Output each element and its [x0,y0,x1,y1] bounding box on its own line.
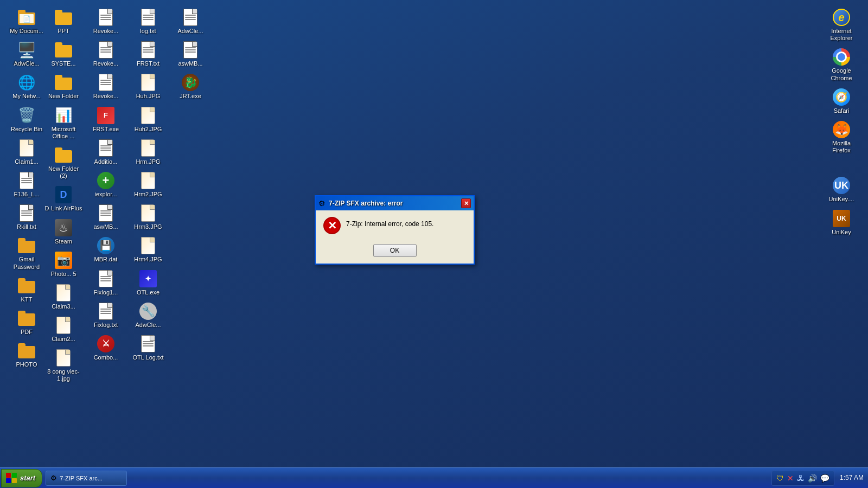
taskbar-task-7zip[interactable]: ⚙ 7-ZIP SFX arc... [46,471,127,486]
dialog-title-icon: ⚙ [318,199,326,208]
icon-hrm2-jpg[interactable]: Hrm2.JPG [127,169,169,201]
start-label: start [20,474,35,482]
icon-ie[interactable]: e Internet Explorer [820,5,863,45]
icon-mbr-dat[interactable]: 💾 MBR.dat [85,234,127,266]
dialog-close-button[interactable]: ✕ [461,198,471,208]
icon-photo[interactable]: PHOTO [5,339,48,371]
dialog-error-icon: ✕ [323,217,341,234]
taskbar-task-label: 7-ZIP SFX arc... [60,475,103,481]
icon-recycle-bin[interactable]: 🗑️ Recycle Bin [5,104,48,136]
icon-8cong[interactable]: 8 cong viec-1.jpg [42,346,85,386]
icon-my-computer[interactable]: 🖥️ AdwCle... [5,38,48,70]
icon-hrm3-jpg[interactable]: Hrm3.JPG [127,201,169,234]
desktop: 📄 My Docum... 🖥️ AdwCle... 🌐 My Netw... … [0,0,868,467]
icon-jrt-exe[interactable]: 🐉 JRT.exe [169,70,212,103]
icon-additio[interactable]: Additio... [85,136,127,169]
dialog-footer: OK [316,241,474,264]
icon-combo[interactable]: ⚔ Combo... [85,332,127,364]
windows-logo [6,473,17,484]
icon-hrm-jpg[interactable]: Hrm.JPG [127,136,169,169]
icon-aswmb1[interactable]: aswMB... [169,38,212,70]
dialog-titlebar: ⚙ 7-ZIP SFX archive: error ✕ [316,196,474,210]
icon-hrm4-jpg[interactable]: Hrm4.JPG [127,234,169,266]
icon-iexplor[interactable]: + iexplor... [85,169,127,201]
taskbar: start ⚙ 7-ZIP SFX arc... 🛡 ✕ 🖧 🔊 💬 1:57 … [0,467,868,488]
tray-icon-chat[interactable]: 💬 [820,474,829,483]
icon-fixlog-txt[interactable]: Fixlog.txt [85,299,127,332]
icon-dlink[interactable]: D D-Link AirPlus [42,183,85,215]
icon-safari[interactable]: 🧭 Safari [820,85,863,118]
dialog-title-text: 7-ZIP SFX archive: error [329,200,458,207]
icon-adwcleaner2[interactable]: 🔧 AdwCle... [127,299,169,332]
icon-frst-exe[interactable]: F FRST.exe [85,104,127,136]
icon-frst-txt[interactable]: FRST.txt [127,38,169,70]
icon-syste[interactable]: SYSTE... [42,38,85,70]
icon-rkill[interactable]: Rkill.txt [5,201,48,234]
dialog-body: ✕ 7-Zip: Internal error, code 105. [316,210,474,241]
tray-icon-x[interactable]: ✕ [787,474,794,483]
icon-claim1[interactable]: Claim1... [5,136,48,169]
icon-huh-jpg[interactable]: Huh.JPG [127,70,169,103]
icon-log-txt[interactable]: log.txt [127,5,169,38]
dialog-message: 7-Zip: Internal error, code 105. [346,217,433,229]
icon-my-documents[interactable]: 📄 My Docum... [5,5,48,38]
clock: 1:57 AM [837,474,864,483]
icon-otl-log[interactable]: OTL Log.txt [127,332,169,364]
dialog-ok-button[interactable]: OK [373,244,417,257]
dialog-7zip-error: ⚙ 7-ZIP SFX archive: error ✕ ✕ 7-Zip: In… [315,195,475,265]
icon-gmail-password[interactable]: Gmail Password [5,234,48,273]
icon-firefox[interactable]: 🦊 Mozilla Firefox [820,118,863,157]
icon-new-folder[interactable]: New Folder [42,70,85,103]
icon-photos5[interactable]: 📷 Photo... 5 [42,248,85,281]
icon-pdf[interactable]: PDF [5,306,48,339]
icon-adwcleaner1[interactable]: AdwCle... [169,5,212,38]
icon-chrome[interactable]: Google Chrome [820,45,863,85]
taskbar-task-icon: ⚙ [50,474,57,482]
icon-steam[interactable]: ♨ Steam [42,216,85,248]
icon-ktt[interactable]: KTT [5,274,48,306]
tray-icon-network[interactable]: 🖧 [797,474,805,483]
tray-icon-sound[interactable]: 🔊 [808,474,817,483]
icon-e136[interactable]: E136_L... [5,169,48,201]
system-tray: 🛡 ✕ 🖧 🔊 💬 [771,471,834,486]
icon-unikey2[interactable]: UK UniKey [820,207,863,239]
icon-ms-office[interactable]: 📊 Microsoft Office ... [42,104,85,143]
icon-fixlog1[interactable]: Fixlog1... [85,267,127,299]
icon-aswmb2[interactable]: aswMB... [85,201,127,234]
icon-my-network[interactable]: 🌐 My Netw... [5,70,48,103]
icon-claim2[interactable]: Claim2... [42,313,85,346]
tray-icon-shield[interactable]: 🛡 [776,474,784,483]
icon-ppt[interactable]: PPT [42,5,85,38]
icon-revoked3[interactable]: Revoke... [85,70,127,103]
icon-revoked2[interactable]: Revoke... [85,38,127,70]
start-button[interactable]: start [1,469,42,487]
icon-otl-exe[interactable]: ✦ OTL.exe [127,267,169,299]
icon-revoked1[interactable]: Revoke... [85,5,127,38]
icon-huh2-jpg[interactable]: Huh2.JPG [127,104,169,136]
icon-new-folder2[interactable]: New Folder (2) [42,143,85,183]
icon-unikey1[interactable]: UK UniKey.... [820,174,863,206]
icon-claim3[interactable]: Claim3... [42,281,85,313]
taskbar-right: 🛡 ✕ 🖧 🔊 💬 1:57 AM [771,471,868,486]
